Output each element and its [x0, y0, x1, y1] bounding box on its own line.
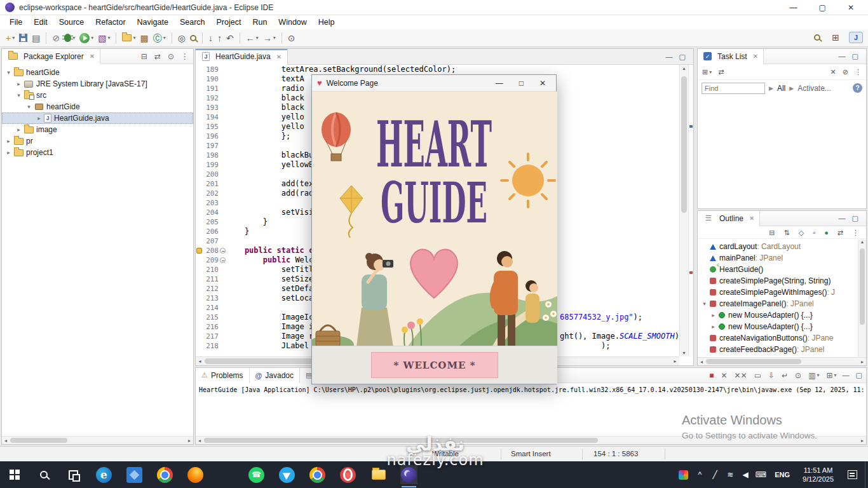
- taskbar-app-eclipse[interactable]: [400, 465, 417, 484]
- collapse-all-icon[interactable]: ⊟: [140, 51, 148, 62]
- expand-arrow-icon[interactable]: ▸: [4, 149, 13, 156]
- close-view-icon[interactable]: ✕: [90, 53, 95, 60]
- network-icon[interactable]: ≋: [722, 470, 738, 479]
- hidden-icons-chevron-icon[interactable]: ^: [692, 470, 707, 479]
- outline-item-new-mouseadapter-[interactable]: ▸new MouseAdapter() {...}: [698, 321, 866, 332]
- quick-access-search-icon[interactable]: [812, 30, 822, 44]
- print-icon[interactable]: ▤: [30, 31, 42, 45]
- scrollbar-thumb[interactable]: [681, 76, 687, 213]
- scroll-left-icon[interactable]: ◂: [196, 438, 203, 444]
- maximize-view-icon[interactable]: ▢: [852, 214, 858, 222]
- console-hscrollbar[interactable]: ◂ ▸: [196, 436, 866, 444]
- link-with-editor-icon[interactable]: ⇄: [836, 227, 845, 238]
- activate-link[interactable]: Activate...: [797, 84, 831, 93]
- back-icon[interactable]: ←▾: [244, 31, 261, 45]
- scroll-up-icon[interactable]: ▲: [858, 240, 866, 244]
- collapse-arrow-icon[interactable]: ▾: [25, 104, 33, 110]
- collapse-arrow-icon[interactable]: ▾: [700, 301, 709, 307]
- scroll-up-icon[interactable]: ▲: [680, 65, 688, 72]
- task-view-button[interactable]: [58, 461, 88, 488]
- minimize-view-icon[interactable]: —: [843, 371, 850, 379]
- filter-icon[interactable]: ⊘: [841, 65, 850, 79]
- expand-arrow-icon[interactable]: ▸: [15, 126, 23, 133]
- dropdown-arrow-icon[interactable]: ▾: [91, 35, 93, 41]
- outline-item-createsimplepage-string-string-[interactable]: createSimplePage(String, String): [698, 275, 866, 287]
- forward-icon[interactable]: →▾: [261, 31, 278, 45]
- dropdown-arrow-icon[interactable]: ▾: [163, 35, 166, 41]
- outline-item-createnavigationbuttons-[interactable]: createNavigationButtons() : JPane: [698, 332, 866, 344]
- scrollbar-thumb[interactable]: [706, 359, 801, 364]
- chevron-right-icon[interactable]: ▶: [789, 85, 794, 92]
- tree-item-project1[interactable]: ▸project1: [2, 147, 193, 158]
- close-dialog-icon[interactable]: ✕: [539, 79, 546, 88]
- fold-collapse-icon[interactable]: [220, 257, 226, 263]
- maximize-view-icon[interactable]: ▢: [852, 52, 858, 60]
- chevron-right-icon[interactable]: ▶: [769, 85, 773, 92]
- open-console-icon[interactable]: ⊞▾: [826, 370, 837, 381]
- collapse-arrow-icon[interactable]: ▾: [4, 69, 13, 76]
- display-selected-console-icon[interactable]: ▥▾: [808, 370, 820, 381]
- help-icon[interactable]: ?: [853, 83, 862, 93]
- menu-window[interactable]: Window: [273, 17, 312, 28]
- dropdown-arrow-icon[interactable]: ▾: [107, 35, 110, 41]
- view-menu-icon[interactable]: ⋮: [850, 227, 861, 238]
- welcome-button[interactable]: * WELCOME *: [371, 352, 498, 378]
- categorized-icon[interactable]: ⇄: [716, 65, 726, 79]
- dropdown-arrow-icon[interactable]: ▾: [273, 35, 276, 41]
- scope-all-label[interactable]: All: [777, 84, 785, 93]
- collapse-arrow-icon[interactable]: ▾: [15, 92, 23, 98]
- close-editor-icon[interactable]: ✕: [276, 53, 281, 60]
- debug-icon[interactable]: ▾: [62, 31, 77, 45]
- new-java-project-icon[interactable]: ▾: [120, 31, 137, 45]
- scroll-lock-icon[interactable]: ⇩: [768, 370, 775, 381]
- hide-static-members-icon[interactable]: ▫: [811, 227, 817, 238]
- scrollbar-thumb[interactable]: [204, 438, 598, 443]
- remove-launch-icon[interactable]: ✕: [720, 370, 728, 381]
- expand-arrow-icon[interactable]: ▸: [709, 323, 717, 330]
- scroll-right-icon[interactable]: ▸: [671, 358, 679, 364]
- scroll-left-icon[interactable]: ◂: [698, 359, 705, 365]
- previous-annotation-icon[interactable]: ↑: [215, 31, 224, 45]
- code-line-189[interactable]: 189 textArea.setBackground(selectedColor…: [196, 65, 679, 74]
- tab-package-explorer[interactable]: Package Explorer ✕: [2, 49, 100, 64]
- maximize-dialog-icon[interactable]: □: [519, 79, 524, 88]
- taskbar-clock[interactable]: 11:51 AM 9/12/2025: [796, 466, 840, 484]
- outline-item-createsimplepagewithimages-[interactable]: createSimplePageWithImages() : J: [698, 287, 866, 298]
- hide-fields-icon[interactable]: ◇: [797, 227, 806, 238]
- launch-marker-icon[interactable]: [196, 248, 202, 254]
- dropdown-arrow-icon[interactable]: ▾: [817, 372, 820, 378]
- overview-ruler[interactable]: [688, 65, 693, 356]
- minimize-editor-icon[interactable]: —: [666, 53, 673, 61]
- expand-arrow-icon[interactable]: ▸: [4, 138, 13, 144]
- collapse-all-icon[interactable]: ⊟: [767, 227, 776, 238]
- hide-completed-icon[interactable]: ✕: [829, 65, 838, 79]
- scroll-right-icon[interactable]: ▸: [186, 438, 193, 444]
- dropdown-arrow-icon[interactable]: ▾: [834, 372, 837, 378]
- minimize-view-icon[interactable]: —: [839, 52, 846, 60]
- menu-refactor[interactable]: Refactor: [90, 17, 131, 28]
- editor-vscrollbar[interactable]: ▲ ▼: [679, 65, 688, 356]
- outline-vscrollbar[interactable]: ▲: [858, 240, 866, 357]
- dropdown-arrow-icon[interactable]: ▾: [709, 69, 712, 75]
- link-with-editor-icon[interactable]: ⇄: [154, 51, 161, 62]
- scroll-down-icon[interactable]: ▼: [680, 349, 688, 356]
- pen-icon[interactable]: ╱: [707, 470, 722, 479]
- fold-collapse-icon[interactable]: [220, 248, 226, 254]
- volume-icon[interactable]: ◀: [738, 470, 753, 479]
- pin-editor-icon[interactable]: ⊙: [286, 31, 297, 45]
- maximize-editor-icon[interactable]: ▢: [679, 53, 686, 61]
- remove-all-terminated-icon[interactable]: ✕✕: [734, 370, 748, 381]
- taskbar-app-microsoft-store[interactable]: [217, 465, 234, 484]
- outline-item-mainpanel[interactable]: mainPanel : JPanel: [698, 252, 866, 264]
- outline-item-createfeedbackpage-[interactable]: createFeedbackPage() : JPanel: [698, 344, 866, 355]
- search-icon[interactable]: [188, 31, 198, 45]
- new-task-icon[interactable]: ⊞▾: [700, 65, 714, 79]
- find-input[interactable]: [702, 83, 765, 94]
- taskbar-app-chrome[interactable]: [156, 465, 173, 484]
- java-perspective-button[interactable]: J: [849, 32, 863, 43]
- maximize-window-icon[interactable]: ▢: [819, 3, 826, 12]
- terminate-icon[interactable]: ■: [709, 370, 714, 381]
- taskbar-app-chrome-profile-2[interactable]: [309, 465, 326, 484]
- expand-arrow-icon[interactable]: ▸: [709, 312, 717, 318]
- dropdown-arrow-icon[interactable]: ▾: [133, 35, 135, 41]
